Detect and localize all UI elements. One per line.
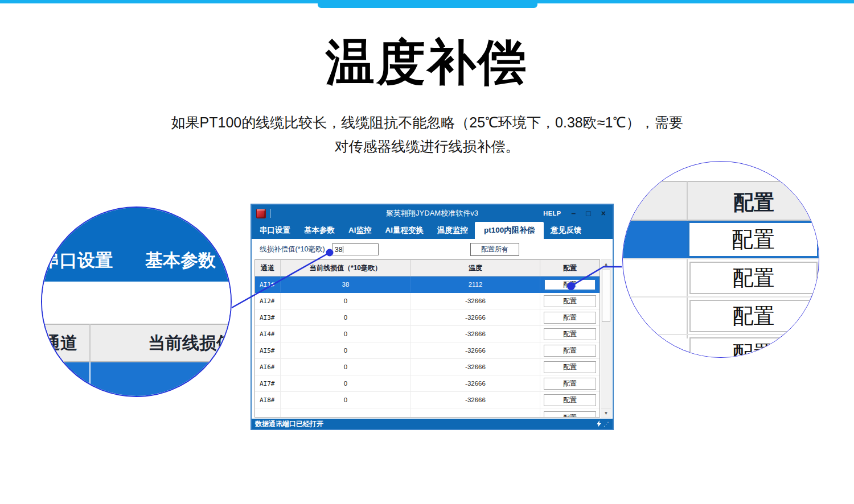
tab-temp-monitor[interactable]: 温度监控 xyxy=(430,222,475,239)
cell-channel: AI1# xyxy=(255,276,281,292)
config-button-ai1[interactable]: 配置 xyxy=(544,279,596,291)
compensation-toolbar: 线损补偿值(*10毫欧) 38 配置所有 xyxy=(252,239,613,259)
magnified-tab-serial: 串口设置 xyxy=(42,249,113,272)
table-row-ai7[interactable]: AI7# 0 -32666 配置 xyxy=(255,375,600,392)
scroll-up-icon[interactable]: ▲ xyxy=(601,260,611,268)
cell-channel: AI8# xyxy=(255,392,281,408)
cell-channel: AI5# xyxy=(255,342,281,358)
scroll-down-icon[interactable]: ▼ xyxy=(601,408,611,417)
magnified-config-button: 配置 xyxy=(689,262,818,294)
magnified-tab-bar: 串口设置 基本参数 xyxy=(42,208,231,282)
magnified-text-caret xyxy=(228,366,229,385)
tab-pt100-compensation[interactable]: pt100内阻补偿 xyxy=(475,222,544,239)
app-window: 聚英翱翔JYDAM校准软件v3 HELP – □ × 串口设置 基本参数 AI监… xyxy=(251,204,614,430)
line-loss-input[interactable]: 38 xyxy=(332,243,379,255)
description-line-1: 如果PT100的线缆比较长，线缆阻抗不能忽略（25℃环境下，0.38欧≈1℃），… xyxy=(0,110,854,134)
status-bar: 数据通讯端口已经打开 ⋰ xyxy=(252,419,613,429)
cell-temperature: -32666 xyxy=(411,359,540,375)
table-row-partial: 配置 xyxy=(255,408,600,418)
table-row-ai8[interactable]: AI8# 0 -32666 配置 xyxy=(255,392,600,408)
magnified-toolbar: 线损补偿值(*10毫欧) 38 xyxy=(42,282,231,324)
magnified-row-separator xyxy=(623,296,819,298)
tab-ai-range[interactable]: AI量程变换 xyxy=(379,222,431,239)
cell-temperature: -32666 xyxy=(411,293,540,309)
cell-temperature: 2112 xyxy=(411,276,540,292)
close-button[interactable]: × xyxy=(601,205,606,222)
magnified-selected-row-left xyxy=(623,221,687,258)
config-button-ai5[interactable]: 配置 xyxy=(544,345,596,357)
table-header-row: 通道 当前线损值（*10毫欧） 温度 配置 xyxy=(255,260,600,276)
table-row-ai6[interactable]: AI6# 0 -32666 配置 xyxy=(255,359,600,375)
tab-basic-params[interactable]: 基本参数 xyxy=(297,222,342,239)
config-button-ai3[interactable]: 配置 xyxy=(544,312,596,324)
top-banner-tab xyxy=(318,0,537,8)
cell-line-loss: 0 xyxy=(281,309,411,325)
help-button[interactable]: HELP xyxy=(543,210,561,217)
magnified-selected-row xyxy=(42,362,231,397)
magnified-row-separator xyxy=(623,258,819,259)
header-temperature: 温度 xyxy=(411,260,540,276)
table-row-ai4[interactable]: AI4# 0 -32666 配置 xyxy=(255,326,600,342)
cell-temperature: -32666 xyxy=(411,326,540,342)
config-button-ai9-partial[interactable]: 配置 xyxy=(544,394,596,406)
title-bar: 聚英翱翔JYDAM校准软件v3 HELP – □ × xyxy=(252,205,613,222)
magnified-config-button-focused: 配置 xyxy=(687,221,819,258)
config-button-ai2[interactable]: 配置 xyxy=(544,295,596,307)
configure-all-button[interactable]: 配置所有 xyxy=(470,243,519,256)
config-button-clipped[interactable]: 配置 xyxy=(544,411,596,418)
tab-serial-settings[interactable]: 串口设置 xyxy=(253,222,297,239)
config-button-ai4[interactable]: 配置 xyxy=(544,328,596,340)
maximize-button[interactable]: □ xyxy=(586,205,590,222)
tab-bar: 串口设置 基本参数 AI监控 AI量程变换 温度监控 pt100内阻补偿 意见反… xyxy=(252,222,613,239)
cell-line-loss: 38 xyxy=(281,276,411,292)
page-title: 温度补偿 xyxy=(0,30,854,96)
header-channel: 通道 xyxy=(255,260,281,276)
tab-ai-monitor[interactable]: AI监控 xyxy=(342,222,379,239)
magnifier-right: 配置 配置 配置 配置 配置 xyxy=(622,161,819,358)
cell-channel: AI7# xyxy=(255,375,281,391)
line-loss-label: 线损补偿值(*10毫欧) xyxy=(260,245,325,254)
cell-line-loss: 0 xyxy=(281,293,411,309)
table-row-ai3[interactable]: AI3# 0 -32666 配置 xyxy=(255,309,600,326)
channel-table: 通道 当前线损值（*10毫欧） 温度 配置 AI1# 38 2112 配置 AI… xyxy=(254,259,600,418)
line-loss-value: 38 xyxy=(335,246,342,254)
cell-channel: AI6# xyxy=(255,359,281,375)
cell-temperature: -32666 xyxy=(411,309,540,325)
cell-channel: AI2# xyxy=(255,293,281,309)
cell-temperature: -32666 xyxy=(411,342,540,358)
cell-line-loss: 0 xyxy=(281,342,411,358)
cell-channel: AI3# xyxy=(255,309,281,325)
table-row-ai5[interactable]: AI5# 0 -32666 配置 xyxy=(255,342,600,359)
magnified-header-channel: 通道 xyxy=(43,332,77,355)
page-description: 如果PT100的线缆比较长，线缆阻抗不能忽略（25℃环境下，0.38欧≈1℃），… xyxy=(0,110,854,158)
magnified-line-loss-value: 38 xyxy=(207,365,227,386)
cell-line-loss: 0 xyxy=(281,359,411,375)
magnified-config-header: 配置 xyxy=(688,189,819,217)
header-line-loss: 当前线损值（*10毫欧） xyxy=(281,260,411,276)
table-scrollbar[interactable]: ▲ ▼ xyxy=(601,259,611,418)
magnified-column-divider xyxy=(89,324,91,362)
magnified-row-separator xyxy=(623,334,819,335)
table-row-ai2[interactable]: AI2# 0 -32666 配置 xyxy=(255,293,600,309)
cell-temperature: -32666 xyxy=(411,375,540,391)
minimize-button[interactable]: – xyxy=(572,205,576,222)
tab-feedback[interactable]: 意见反馈 xyxy=(544,222,588,239)
cell-line-loss: 0 xyxy=(281,392,411,408)
magnified-tab-basic: 基本参数 xyxy=(145,249,216,272)
magnified-row-divider xyxy=(89,362,91,397)
magnifier-left: 串口设置 基本参数 线损补偿值(*10毫欧) 38 通道 当前线损值（*10毫欧… xyxy=(41,206,232,397)
magnified-header-line-loss: 当前线损值（*10毫欧） xyxy=(148,332,232,355)
status-text: 数据通讯端口已经打开 xyxy=(255,419,323,429)
magnified-line-loss-input: 38 xyxy=(202,361,232,390)
config-button-ai6[interactable]: 配置 xyxy=(544,361,596,373)
config-button-ai7[interactable]: 配置 xyxy=(544,378,596,390)
cell-line-loss: 0 xyxy=(281,375,411,391)
scrollbar-thumb[interactable] xyxy=(602,270,610,322)
magnified-config-button-clipped: 配置 xyxy=(689,337,818,358)
cell-channel: AI4# xyxy=(255,326,281,342)
description-line-2: 对传感器线缆进行线损补偿。 xyxy=(0,134,854,158)
header-config: 配置 xyxy=(540,260,600,276)
cell-line-loss: 0 xyxy=(281,326,411,342)
table-row-ai1[interactable]: AI1# 38 2112 配置 xyxy=(255,276,600,293)
comm-status-icon xyxy=(596,420,602,427)
